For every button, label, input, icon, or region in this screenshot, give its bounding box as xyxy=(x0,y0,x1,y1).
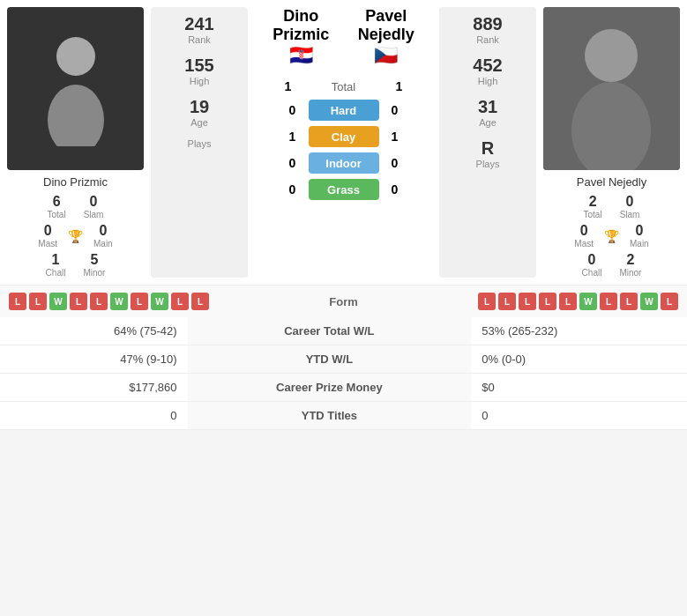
player1-stats-panel: 241 Rank 155 High 19 Age Plays xyxy=(151,7,248,278)
player1-mast-label: Mast xyxy=(38,239,57,249)
player2-rank-value: 889 xyxy=(473,14,502,34)
form-badge-l: L xyxy=(29,293,47,310)
form-badge-w: W xyxy=(579,293,597,310)
player2-plays-label: Plays xyxy=(476,159,500,169)
player2-ytd-titles: 0 xyxy=(471,402,687,430)
player2-mast-value: 0 xyxy=(574,223,594,239)
form-badge-l: L xyxy=(498,293,516,310)
player2-trophy-icon: 🏆 xyxy=(604,229,619,243)
clay-button[interactable]: Clay xyxy=(309,126,379,147)
player2-prize: $0 xyxy=(471,374,687,402)
form-badge-l: L xyxy=(191,293,209,310)
form-badge-l: L xyxy=(519,293,536,310)
player2-rank-label: Rank xyxy=(473,34,502,45)
center-comparison: Dino Prizmic 🇭🇷 Pavel Nejedly 🇨🇿 1 Total… xyxy=(255,7,432,278)
indoor-button[interactable]: Indoor xyxy=(309,152,379,174)
player2-total-value: 2 xyxy=(584,194,602,210)
player1-header: Dino Prizmic 🇭🇷 xyxy=(258,7,344,67)
player1-slam-label: Slam xyxy=(84,210,104,219)
player2-total-label: Total xyxy=(584,210,602,219)
player2-ytd-wl: 0% (0-0) xyxy=(471,345,687,374)
player1-high-label: High xyxy=(184,76,213,86)
player1-slam-value: 0 xyxy=(84,194,104,210)
player1-high-block: 155 High xyxy=(184,56,213,86)
grass-button[interactable]: Grass xyxy=(309,179,379,200)
player1-prize: $177,860 xyxy=(0,374,188,402)
player2-high-label: High xyxy=(473,76,502,86)
player1-main-stat: 0 Main xyxy=(93,223,113,249)
ytd-titles-label: YTD Titles xyxy=(188,402,472,430)
player2-minor-value: 2 xyxy=(619,252,641,268)
player1-mast-value: 0 xyxy=(38,223,57,239)
clay-row: 1 Clay 1 xyxy=(284,126,404,147)
indoor-right-score: 0 xyxy=(386,156,404,170)
player1-chall-stat: 1 Chall xyxy=(46,252,66,278)
player1-main-value: 0 xyxy=(93,223,113,239)
player1-rank-value: 241 xyxy=(184,14,213,34)
form-badge-l: L xyxy=(90,293,108,310)
main-container: Dino Prizmic 6 Total 0 Slam 0 Mast 🏆 xyxy=(0,0,687,430)
player2-rank-block: 889 Rank xyxy=(473,14,502,45)
form-badge-l: L xyxy=(171,293,189,310)
player1-rank-label: Rank xyxy=(184,34,213,45)
hard-right-score: 0 xyxy=(386,103,404,117)
player1-photo xyxy=(7,7,144,170)
form-badge-l: L xyxy=(9,293,26,310)
form-badge-l: L xyxy=(600,293,617,310)
player2-slam-stat: 0 Slam xyxy=(620,194,640,219)
player1-plays-block: Plays xyxy=(188,138,212,149)
player2-plays-block: R Plays xyxy=(476,138,500,169)
total-label-block: Total xyxy=(304,78,384,94)
player2-mast-label: Mast xyxy=(574,239,594,249)
form-badge-l: L xyxy=(559,293,577,310)
player2-slam-value: 0 xyxy=(620,194,640,210)
total-left-score: 1 xyxy=(280,79,297,93)
player2-photo-section: Pavel Nejedly 2 Total 0 Slam 0 Mast 🏆 xyxy=(543,7,680,278)
player1-main-label: Main xyxy=(93,239,113,249)
player1-form-badges: LLWLLWLWLL xyxy=(9,293,209,310)
player1-minor-label: Minor xyxy=(83,268,105,278)
hard-button[interactable]: Hard xyxy=(309,100,379,121)
player2-total-stat: 2 Total xyxy=(584,194,602,219)
players-layout: Dino Prizmic 6 Total 0 Slam 0 Mast 🏆 xyxy=(0,0,687,285)
player1-age-value: 19 xyxy=(190,97,209,117)
player2-form-badges: LLLLLWLLWL xyxy=(478,293,678,310)
clay-left-score: 1 xyxy=(284,130,302,144)
player1-flag: 🇭🇷 xyxy=(258,44,344,67)
career-wl-row: 64% (75-42) Career Total W/L 53% (265-23… xyxy=(0,317,687,345)
player2-header-name: Pavel Nejedly xyxy=(344,7,429,44)
player1-chall-value: 1 xyxy=(46,252,66,268)
clay-right-score: 1 xyxy=(386,130,404,144)
total-row: 1 Total 1 xyxy=(280,78,408,94)
player2-high-block: 452 High xyxy=(473,56,502,86)
player1-chall-label: Chall xyxy=(46,268,66,278)
player1-rank-block: 241 Rank xyxy=(184,14,213,45)
form-badge-l: L xyxy=(620,293,638,310)
form-badge-l: L xyxy=(70,293,87,310)
player1-slam-stat: 0 Slam xyxy=(84,194,104,219)
player2-main-value: 0 xyxy=(630,223,649,239)
player2-career-wl: 53% (265-232) xyxy=(471,317,687,345)
player1-total-stat: 6 Total xyxy=(48,194,66,219)
player1-minor-stat: 5 Minor xyxy=(83,252,105,278)
player2-mast-stat: 0 Mast xyxy=(574,223,594,249)
indoor-left-score: 0 xyxy=(284,156,302,170)
player1-name: Dino Prizmic xyxy=(43,175,108,189)
total-right-score: 1 xyxy=(391,79,408,93)
player2-slam-label: Slam xyxy=(620,210,640,219)
hard-left-score: 0 xyxy=(284,103,302,117)
form-label: Form xyxy=(291,295,397,308)
player1-total-label: Total xyxy=(48,210,66,219)
form-badge-l: L xyxy=(661,293,678,310)
ytd-wl-row: 47% (9-10) YTD W/L 0% (0-0) xyxy=(0,345,687,374)
form-badge-l: L xyxy=(478,293,496,310)
player2-age-label: Age xyxy=(478,117,497,128)
career-wl-label: Career Total W/L xyxy=(188,317,472,345)
form-badge-w: W xyxy=(49,293,67,310)
player1-age-label: Age xyxy=(190,117,209,128)
form-badge-w: W xyxy=(151,293,168,310)
player1-high-value: 155 xyxy=(184,56,213,76)
player2-name: Pavel Nejedly xyxy=(577,175,647,189)
player2-chall-stat: 0 Chall xyxy=(582,252,602,278)
total-label: Total xyxy=(332,80,355,93)
